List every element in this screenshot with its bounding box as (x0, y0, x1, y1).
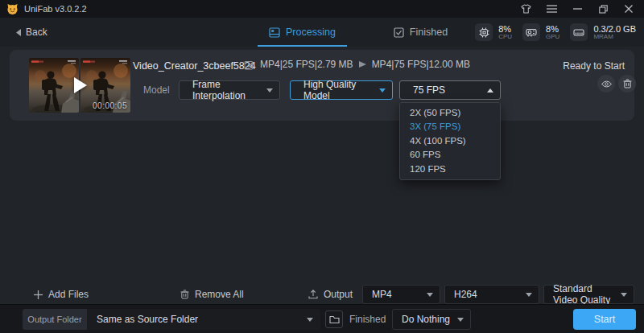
memory-stat: 0.3/2.0 GB MRAM (570, 23, 636, 41)
chevron-down-icon (266, 88, 273, 92)
model-label: Model (143, 84, 170, 96)
tab-processing-label: Processing (286, 27, 336, 38)
cpu-stat: 8% CPU (475, 23, 512, 41)
fps-select[interactable]: 75 FPS (399, 80, 501, 100)
file-title: Video_Creator_3cbeef5824 (133, 60, 256, 72)
output-folder-label: Output Folder (23, 309, 87, 330)
quality-model-select[interactable]: High Quality Model (290, 80, 393, 100)
finished-check-icon (394, 27, 404, 38)
restore-icon[interactable] (594, 2, 612, 16)
output-format-select[interactable]: MP4 (362, 285, 440, 304)
cpu-usage-value: 8% (498, 24, 512, 34)
output-folder-value: Same as Source Folder (97, 314, 198, 325)
add-files-button[interactable]: Add Files (34, 285, 89, 304)
fps-option[interactable]: 4X (100 FPS) (400, 134, 500, 148)
chevron-down-icon (379, 88, 386, 92)
output-section-label: Output (308, 285, 353, 304)
chevron-down-icon (427, 293, 433, 297)
chevron-down-icon (621, 293, 627, 297)
remove-all-label: Remove All (195, 289, 244, 300)
cpu-chip-icon (475, 23, 493, 41)
tab-bar: Processing Finished (258, 18, 459, 47)
browse-folder-button[interactable] (325, 310, 343, 328)
chevron-down-icon (307, 318, 313, 322)
remove-all-button[interactable]: Remove All (180, 285, 244, 304)
gpu-usage-value: 8% (546, 24, 559, 34)
resource-stats: 8% CPU 8% GPU (475, 18, 636, 47)
gpu-card-icon (522, 23, 540, 41)
preview-button[interactable] (597, 75, 615, 92)
codec-value: H264 (454, 289, 477, 300)
back-arrow-icon (16, 29, 21, 36)
finished-action-select[interactable]: Do Nothing (392, 309, 471, 330)
finished-action-value: Do Nothing (402, 314, 450, 325)
chevron-down-icon (457, 318, 464, 322)
menu-icon[interactable] (543, 2, 560, 16)
video-thumbnail[interactable]: 00:00:05 (29, 58, 130, 113)
file-card: 00:00:05 Video_Creator_3cbeef5824 MP4|25… (10, 50, 634, 121)
finished-action-label: Finished (349, 305, 386, 333)
output-folder-select[interactable]: Same as Source Folder (87, 309, 320, 330)
unifab-logo-icon (6, 3, 19, 15)
back-label: Back (26, 27, 47, 38)
back-button[interactable]: Back (16, 18, 47, 47)
start-label: Start (594, 314, 615, 325)
status-text: Ready to Start (563, 60, 625, 72)
app-title: UniFab v3.0.2.2 (24, 4, 87, 14)
export-icon (308, 290, 318, 299)
source-spec: MP4|25 FPS|2.79 MB (260, 59, 353, 70)
tab-processing[interactable]: Processing (258, 18, 347, 47)
quality-model-value: High Quality Model (303, 79, 373, 101)
output-spec: MP4|75 FPS|12.00 MB (372, 59, 470, 70)
processing-queue-icon (269, 27, 280, 38)
chevron-down-icon (526, 293, 532, 297)
chevron-up-icon (487, 88, 493, 92)
video-quality-value: Standard Video Quality (553, 283, 616, 306)
model-select[interactable]: Frame Interpolation (179, 80, 280, 100)
plus-icon (34, 290, 43, 299)
add-files-label: Add Files (48, 289, 89, 300)
file-specs: MP4|25 FPS|2.79 MB MP4|75 FPS|12.00 MB (244, 59, 470, 70)
memory-icon (570, 23, 588, 41)
fps-option[interactable]: 2X (50 FPS) (400, 106, 500, 120)
video-quality-select[interactable]: Standard Video Quality (543, 285, 634, 304)
gpu-usage-label: GPU (546, 34, 559, 41)
title-bar: UniFab v3.0.2.2 (0, 0, 644, 18)
output-format-value: MP4 (372, 289, 392, 300)
start-button[interactable]: Start (573, 309, 636, 330)
fps-dropdown-menu: 2X (50 FPS) 3X (75 FPS) 4X (100 FPS) 60 … (399, 102, 501, 180)
trash-icon (623, 79, 632, 88)
folder-icon (329, 315, 340, 324)
gpu-stat: 8% GPU (522, 23, 559, 41)
tab-finished[interactable]: Finished (382, 18, 459, 47)
cpu-usage-label: CPU (498, 34, 512, 41)
footer-bar: Output Folder Same as Source Folder Fini… (0, 304, 644, 333)
unifab-window: UniFab v3.0.2.2 (0, 0, 644, 333)
nav-bar: Back Processing Finished (0, 18, 644, 47)
fps-option[interactable]: 60 FPS (400, 148, 500, 162)
tab-finished-label: Finished (410, 27, 448, 38)
fps-select-value: 75 FPS (413, 84, 445, 96)
output-label: Output (324, 289, 353, 300)
memory-usage-value: 0.3/2.0 GB (593, 24, 636, 34)
close-icon[interactable] (620, 2, 638, 16)
codec-select[interactable]: H264 (444, 285, 539, 304)
edit-specs-icon[interactable] (244, 60, 254, 70)
memory-usage-label: MRAM (593, 34, 636, 41)
model-select-value: Frame Interpolation (192, 79, 260, 101)
convert-arrow-icon (359, 61, 366, 68)
video-duration: 00:00:05 (93, 101, 127, 110)
skin-icon[interactable] (517, 2, 535, 16)
minimize-icon[interactable] (568, 2, 586, 16)
toolbar: Add Files Remove All Output (0, 285, 644, 304)
main-area: 00:00:05 Video_Creator_3cbeef5824 MP4|25… (0, 47, 644, 304)
fps-option[interactable]: 120 FPS (400, 162, 500, 176)
fps-option-selected[interactable]: 3X (75 FPS) (400, 120, 500, 134)
delete-file-button[interactable] (618, 75, 636, 92)
eye-icon (601, 80, 612, 88)
trash-icon (180, 290, 189, 299)
